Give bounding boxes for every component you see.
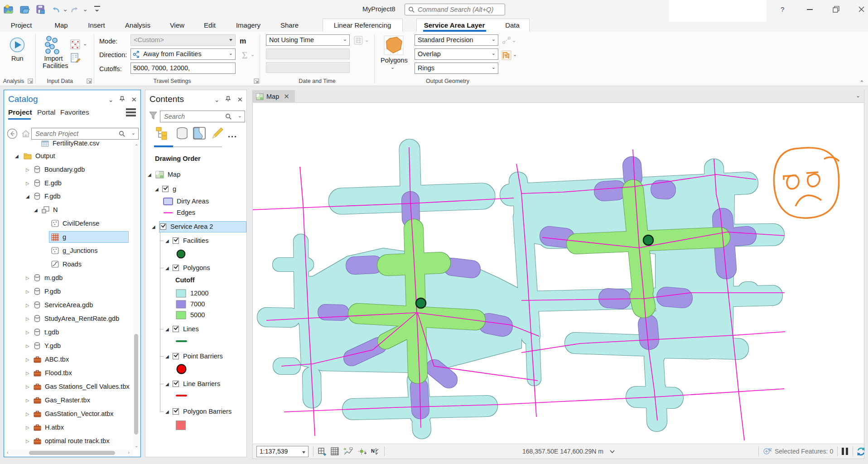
svg-text:N: N [371,448,375,454]
